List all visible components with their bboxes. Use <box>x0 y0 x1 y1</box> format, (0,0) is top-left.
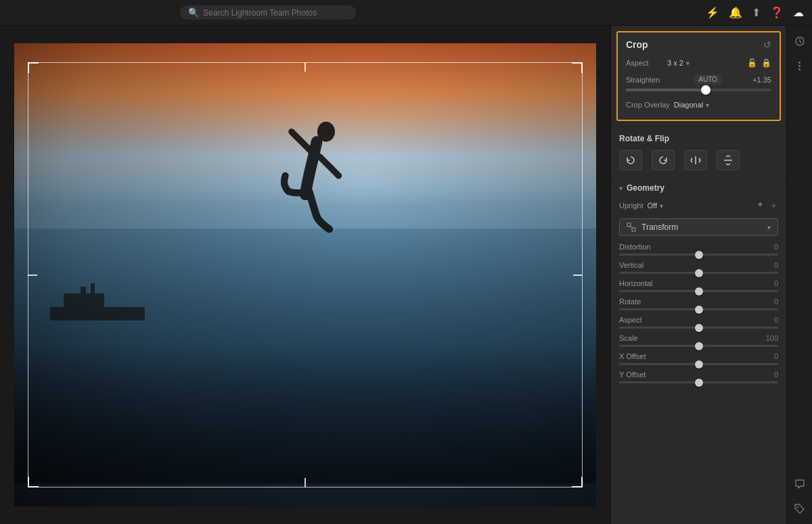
edit-panel: Crop ↺ Aspect 3 x 2 ▾ 🔓 🔒 Straighten <box>610 26 786 524</box>
search-icon: 🔍 <box>188 7 199 18</box>
slider-track-5[interactable] <box>619 345 778 347</box>
slider-label-7: Y Offset <box>619 371 646 379</box>
slider-thumb-7[interactable] <box>695 379 703 387</box>
slider-value-1: 0 <box>774 261 778 269</box>
photo-wrapper <box>14 43 596 506</box>
overlay-label: Crop Overlay <box>626 101 670 109</box>
overlay-value-container[interactable]: Diagonal ▾ <box>674 101 709 109</box>
slider-value-4: 0 <box>774 316 778 324</box>
crop-section: Crop ↺ Aspect 3 x 2 ▾ 🔓 🔒 Straighten <box>616 31 781 121</box>
slider-thumb-2[interactable] <box>695 287 703 295</box>
slider-value-3: 0 <box>774 297 778 306</box>
geometry-title: Geometry <box>627 183 664 193</box>
slider-track-0[interactable] <box>619 254 778 256</box>
slider-track-4[interactable] <box>619 327 778 329</box>
search-bar[interactable]: 🔍 <box>180 5 356 20</box>
ship-silhouette <box>43 283 152 331</box>
slider-track-1[interactable] <box>619 272 778 274</box>
transform-chevron: ▾ <box>767 224 771 231</box>
slider-label-5: Scale <box>619 334 638 342</box>
slider-track-7[interactable] <box>619 381 778 383</box>
rotate-cw-button[interactable] <box>652 150 675 170</box>
slider-row-horizontal: Horizontal 0 <box>619 279 778 292</box>
slider-row-y-offset: Y Offset 0 <box>619 371 778 383</box>
filter-icon[interactable]: ⚡ <box>706 6 719 19</box>
upright-value-container[interactable]: Off ▾ <box>647 201 662 210</box>
svg-point-9 <box>797 506 798 507</box>
geometry-header: ▾ Geometry <box>619 183 778 193</box>
photo-area <box>0 26 610 524</box>
slider-row-distortion: Distortion 0 <box>619 243 778 256</box>
slider-value-6: 0 <box>774 352 778 360</box>
cloud-icon[interactable]: ☁ <box>793 6 804 19</box>
overlay-value: Diagonal <box>674 101 703 109</box>
tag-icon-btn[interactable] <box>790 498 810 519</box>
slider-thumb-4[interactable] <box>695 324 703 332</box>
slider-value-7: 0 <box>774 371 778 379</box>
slider-thumb-5[interactable] <box>695 342 703 350</box>
slider-value-0: 0 <box>774 243 778 251</box>
upright-chevron: ▾ <box>660 202 663 210</box>
history-icon-btn[interactable] <box>790 31 810 51</box>
help-icon[interactable]: ❓ <box>770 6 784 19</box>
slider-track-3[interactable] <box>619 308 778 310</box>
slider-value-2: 0 <box>774 279 778 287</box>
unlock-icon[interactable]: 🔓 <box>747 58 757 68</box>
upright-add-icon[interactable]: ＋ <box>769 199 778 212</box>
svg-rect-5 <box>627 223 631 227</box>
aspect-label: Aspect <box>626 59 663 67</box>
upright-value: Off <box>647 201 656 210</box>
aspect-value: 3 x 2 <box>667 59 683 67</box>
geometry-sliders: Distortion 0 Vertical 0 Horizontal 0 <box>619 243 778 383</box>
slider-thumb-6[interactable] <box>695 360 703 368</box>
more-options-btn[interactable] <box>790 55 810 76</box>
transform-label: Transform <box>641 222 762 232</box>
transform-dropdown[interactable]: Transform ▾ <box>619 218 778 236</box>
upright-label: Upright <box>619 201 643 210</box>
bell-icon[interactable]: 🔔 <box>729 6 742 19</box>
upright-row: Upright Off ▾ ✦ ＋ <box>619 199 778 212</box>
upload-icon[interactable]: ⬆ <box>752 6 761 19</box>
slider-label-4: Aspect <box>619 316 642 324</box>
slider-track-2[interactable] <box>619 290 778 292</box>
slider-label-2: Horizontal <box>619 279 653 287</box>
straighten-label: Straighten <box>626 76 663 84</box>
aspect-row: Aspect 3 x 2 ▾ 🔓 🔒 <box>618 55 780 70</box>
slider-value-5: 100 <box>766 334 778 342</box>
straighten-value: +1.35 <box>752 76 771 84</box>
straighten-slider-track[interactable] <box>626 89 771 91</box>
flip-vertical-button[interactable] <box>717 150 740 170</box>
svg-line-7 <box>629 227 634 228</box>
topbar: 🔍 ⚡ 🔔 ⬆ ❓ ☁ <box>0 0 812 26</box>
slider-thumb-1[interactable] <box>695 269 703 277</box>
photo-background <box>14 43 596 506</box>
aspect-value-container[interactable]: 3 x 2 ▾ <box>667 59 690 67</box>
rotate-ccw-button[interactable] <box>619 150 642 170</box>
straighten-slider-fill <box>626 89 706 91</box>
slider-thumb-0[interactable] <box>695 251 703 259</box>
upright-wand-icon[interactable]: ✦ <box>757 199 764 212</box>
crop-reset-icon[interactable]: ↺ <box>763 39 771 50</box>
slider-label-1: Vertical <box>619 261 644 269</box>
slider-track-6[interactable] <box>619 363 778 365</box>
geometry-chevron[interactable]: ▾ <box>619 185 623 192</box>
geometry-section: ▾ Geometry Upright Off ▾ ✦ ＋ <box>611 177 786 394</box>
slider-row-rotate: Rotate 0 <box>619 297 778 310</box>
rotate-flip-title: Rotate & Flip <box>619 134 778 143</box>
straighten-slider-thumb[interactable] <box>701 85 710 95</box>
rotate-flip-section: Rotate & Flip <box>611 126 786 177</box>
svg-rect-6 <box>632 228 635 231</box>
auto-straighten-button[interactable]: AUTO <box>694 74 721 85</box>
search-input[interactable] <box>203 8 338 18</box>
slider-thumb-3[interactable] <box>695 306 703 314</box>
slider-label-3: Rotate <box>619 297 641 306</box>
crop-title: Crop <box>626 39 648 50</box>
upright-icons: ✦ ＋ <box>757 199 778 212</box>
crop-section-header: Crop ↺ <box>618 32 780 55</box>
chat-icon-btn[interactable] <box>790 474 810 494</box>
lock-icon[interactable]: 🔒 <box>761 58 771 68</box>
flip-horizontal-button[interactable] <box>684 150 707 170</box>
main-content: Crop ↺ Aspect 3 x 2 ▾ 🔓 🔒 Straighten <box>0 26 812 524</box>
svg-rect-4 <box>91 283 95 295</box>
slider-row-aspect: Aspect 0 <box>619 316 778 329</box>
